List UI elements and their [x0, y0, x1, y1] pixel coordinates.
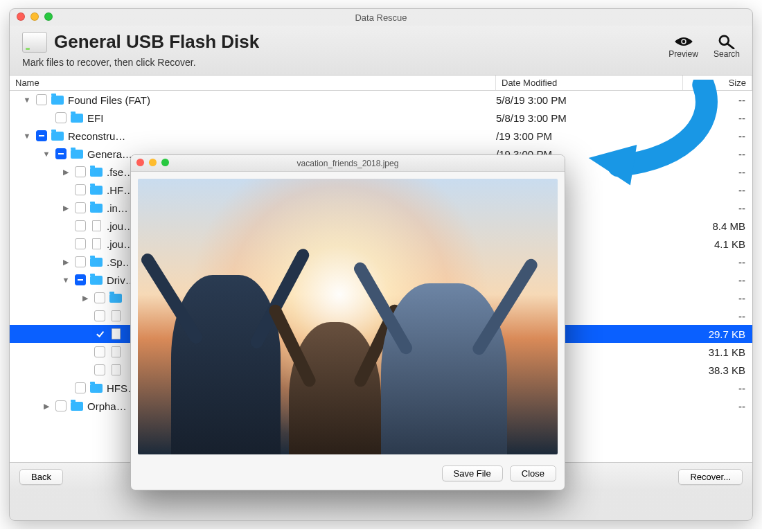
file-size: 4.1 KB [683, 238, 745, 250]
svg-point-1 [720, 36, 729, 45]
disclosure-triangle-icon[interactable]: ▶ [61, 258, 71, 267]
file-label: EFI [87, 112, 496, 124]
file-label: Reconstru… [68, 130, 496, 142]
checkbox[interactable] [75, 238, 86, 249]
disclosure-triangle-icon[interactable]: ▼ [61, 276, 71, 284]
window-controls [17, 12, 53, 21]
checkbox[interactable] [94, 364, 105, 375]
file-size: -- [683, 256, 745, 268]
file-size: -- [683, 382, 745, 394]
window-title: Data Rescue [355, 12, 407, 23]
disclosure-triangle-icon[interactable]: ▼ [22, 96, 32, 104]
disclosure-triangle-icon[interactable]: ▶ [61, 168, 71, 177]
checkbox[interactable] [94, 292, 105, 303]
folder-icon [90, 184, 103, 195]
file-icon [109, 328, 122, 339]
svg-line-2 [728, 44, 734, 48]
tree-row[interactable]: ▼Found Files (FAT)5/8/19 3:00 PM-- [10, 91, 752, 109]
column-size[interactable]: Size [683, 76, 752, 90]
checkbox[interactable] [75, 202, 86, 213]
tree-row[interactable]: ▼Reconstru…/19 3:00 PM-- [10, 127, 752, 145]
file-size: -- [683, 94, 745, 106]
search-label: Search [714, 49, 740, 59]
folder-icon [90, 202, 103, 213]
app-window: Data Rescue General USB Flash Disk Mark … [9, 8, 753, 521]
eye-icon [673, 34, 694, 49]
file-icon [109, 310, 122, 321]
checkbox[interactable] [75, 274, 86, 285]
header: General USB Flash Disk Mark files to rec… [10, 26, 752, 76]
file-size: -- [683, 184, 745, 196]
file-size: -- [683, 202, 745, 214]
minimize-window-icon[interactable] [30, 12, 39, 21]
instruction-text: Mark files to recover, then click Recove… [22, 57, 259, 68]
column-date[interactable]: Date Modified [496, 76, 683, 90]
preview-window: vacation_friends_2018.jpeg Save File Clo… [130, 154, 565, 490]
save-file-button[interactable]: Save File [442, 466, 503, 481]
close-window-icon[interactable] [17, 12, 25, 21]
file-label: Found Files (FAT) [68, 94, 496, 106]
folder-icon [71, 148, 83, 159]
disclosure-triangle-icon[interactable]: ▶ [61, 204, 71, 213]
file-date: /19 3:00 PM [496, 130, 683, 142]
checkbox[interactable] [55, 112, 67, 123]
zoom-icon[interactable] [161, 159, 169, 166]
file-size: 38.3 KB [683, 364, 745, 376]
tree-row[interactable]: EFI5/8/19 3:00 PM-- [10, 109, 752, 127]
file-icon [109, 346, 122, 357]
svg-point-0 [682, 40, 685, 44]
file-size: -- [683, 166, 745, 178]
folder-icon [90, 256, 103, 267]
disclosure-triangle-icon[interactable]: ▶ [42, 402, 51, 411]
file-size: -- [683, 274, 745, 286]
checkbox[interactable] [75, 256, 86, 267]
file-icon [109, 364, 122, 375]
column-name[interactable]: Name [10, 76, 496, 90]
disclosure-triangle-icon[interactable]: ▼ [22, 132, 32, 140]
checkbox[interactable] [55, 400, 67, 411]
folder-icon [51, 130, 64, 141]
folder-icon [90, 382, 103, 393]
folder-icon [90, 166, 103, 177]
back-button[interactable]: Back [19, 469, 63, 485]
disclosure-triangle-icon[interactable]: ▼ [42, 150, 51, 158]
folder-icon [71, 112, 83, 123]
file-size: -- [683, 292, 745, 304]
close-button[interactable]: Close [510, 466, 556, 481]
search-icon [716, 34, 737, 49]
file-date: 5/8/19 3:00 PM [496, 94, 683, 106]
preview-filename: vacation_friends_2018.jpeg [297, 159, 399, 168]
checkbox[interactable] [55, 148, 67, 159]
file-size: -- [683, 310, 745, 322]
checkbox[interactable] [75, 220, 86, 231]
disclosure-triangle-icon[interactable]: ▶ [80, 294, 90, 303]
file-size: -- [683, 400, 745, 412]
checkbox[interactable] [94, 328, 105, 339]
recover-button[interactable]: Recover... [678, 469, 743, 485]
checkbox[interactable] [75, 184, 86, 195]
toolbar: Preview Search [668, 31, 740, 59]
preview-titlebar: vacation_friends_2018.jpeg [131, 155, 565, 172]
file-icon [90, 238, 103, 249]
checkbox[interactable] [75, 166, 86, 177]
checkbox[interactable] [94, 310, 105, 321]
search-button[interactable]: Search [714, 34, 740, 59]
minimize-icon[interactable] [149, 159, 157, 166]
file-date: 5/8/19 3:00 PM [496, 112, 683, 124]
file-size: -- [683, 112, 745, 124]
close-icon[interactable] [136, 159, 144, 166]
file-size: 8.4 MB [683, 220, 745, 232]
preview-button[interactable]: Preview [668, 34, 698, 59]
folder-icon [90, 274, 103, 285]
checkbox[interactable] [36, 130, 47, 141]
zoom-window-icon[interactable] [44, 12, 53, 21]
column-headers: Name Date Modified Size [10, 76, 752, 91]
file-size: -- [683, 130, 745, 142]
file-icon [90, 220, 103, 231]
file-size: 29.7 KB [683, 328, 745, 340]
preview-image [138, 179, 558, 454]
checkbox[interactable] [94, 346, 105, 357]
checkbox[interactable] [36, 94, 47, 105]
disk-name: General USB Flash Disk [54, 31, 259, 53]
checkbox[interactable] [75, 382, 86, 393]
